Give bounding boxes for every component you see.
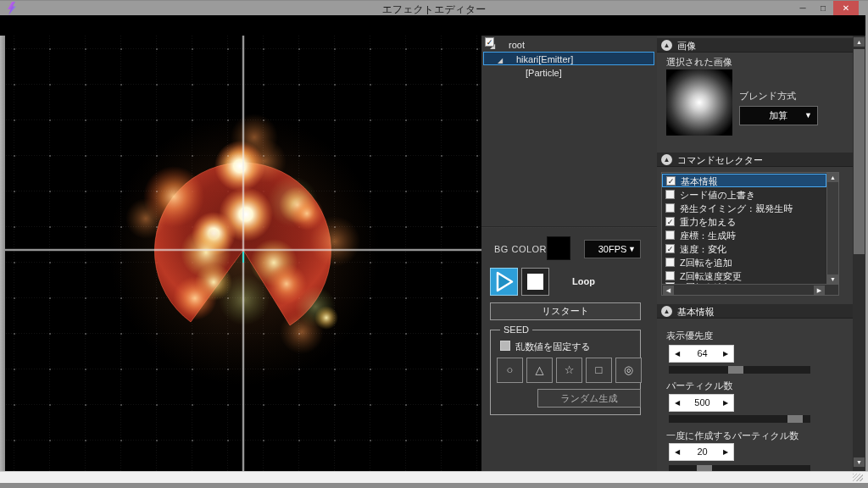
particle-count-spinner[interactable]: ◀ 500 ▶ xyxy=(669,394,734,412)
checkbox-unchecked-icon[interactable] xyxy=(665,271,675,280)
seed-shape-star-button[interactable]: ☆ xyxy=(556,358,582,383)
selected-image-label: 選択された画像 xyxy=(666,56,732,69)
spin-left-icon[interactable]: ◀ xyxy=(670,444,685,460)
resize-grip[interactable] xyxy=(853,474,863,481)
random-generate-button[interactable]: ランダム生成 xyxy=(537,389,641,408)
tree-item-label: [Particle] xyxy=(526,66,562,80)
close-button[interactable]: ✕ xyxy=(833,1,859,16)
particles-per-emit-label: 一度に作成するパーティクル数 xyxy=(666,430,798,442)
chevron-down-icon: ▼ xyxy=(628,241,636,258)
fix-random-checkbox[interactable] xyxy=(500,341,510,351)
section-title: 基本情報 xyxy=(677,306,715,319)
panel-header-band: プレビュー エフェクトツリー パラメータ xyxy=(0,15,868,36)
chevron-down-icon: ▼ xyxy=(804,107,812,125)
particles-per-emit-value[interactable]: 20 xyxy=(685,444,720,460)
spin-right-icon[interactable]: ▶ xyxy=(718,346,733,362)
loop-checkbox[interactable] xyxy=(485,37,494,47)
command-item[interactable]: シード値の上書き xyxy=(662,188,826,202)
checkbox-checked-icon[interactable] xyxy=(665,244,675,253)
command-selector-list: 基本情報 シード値の上書き 発生タイミング：親発生時 重力を加える 座標：生成時… xyxy=(661,172,839,296)
collapse-chevron-icon[interactable]: ▲ xyxy=(661,306,672,317)
checkbox-unchecked-icon[interactable] xyxy=(665,190,675,199)
command-item[interactable]: 発生タイミング：親発生時 xyxy=(662,202,826,215)
fps-value: 30FPS xyxy=(594,241,632,258)
command-item[interactable]: 速度：変化 xyxy=(662,242,826,256)
fix-random-label: 乱数値を固定する xyxy=(515,341,591,353)
bg-color-label: BG COLOR xyxy=(494,244,547,254)
command-selector-header[interactable]: ▲ コマンドセレクター xyxy=(657,152,853,167)
title-bar: エフェクトエディター ─ □ ✕ xyxy=(0,0,868,15)
spin-left-icon[interactable]: ◀ xyxy=(670,346,685,362)
section-title: 画像 xyxy=(677,40,696,53)
window-bottom-border xyxy=(0,483,868,488)
stop-icon xyxy=(527,274,543,290)
image-section-header[interactable]: ▲ 画像 xyxy=(657,38,853,53)
checkbox-unchecked-icon[interactable] xyxy=(665,230,675,240)
play-button[interactable] xyxy=(490,268,518,296)
selected-image-thumbnail[interactable] xyxy=(666,69,732,136)
status-bar xyxy=(0,471,868,483)
slider-handle[interactable] xyxy=(728,366,743,374)
display-priority-value[interactable]: 64 xyxy=(685,346,720,362)
params-panel-scrollbar[interactable]: ▲ ▼ xyxy=(853,36,865,471)
particle-count-label: パーティクル数 xyxy=(666,380,732,392)
command-item[interactable]: 座標：生成時 xyxy=(662,229,826,242)
collapse-chevron-icon[interactable]: ▲ xyxy=(661,40,672,51)
tree-item-particle[interactable]: [Particle] xyxy=(483,66,654,80)
basic-info-header[interactable]: ▲ 基本情報 xyxy=(657,304,853,319)
display-priority-slider[interactable] xyxy=(669,366,810,374)
scroll-up-icon[interactable]: ▲ xyxy=(854,37,865,47)
spin-right-icon[interactable]: ▶ xyxy=(718,395,733,411)
stop-button[interactable] xyxy=(521,268,549,296)
section-title: コマンドセレクター xyxy=(677,154,763,167)
blend-mode-dropdown[interactable]: 加算 ▼ xyxy=(739,106,818,125)
scrollbar-thumb[interactable] xyxy=(854,49,865,254)
seed-shape-square-button[interactable]: □ xyxy=(586,358,612,383)
scroll-up-icon[interactable]: ▲ xyxy=(827,173,838,182)
particle-count-value[interactable]: 500 xyxy=(685,395,720,411)
tree-item-root[interactable]: ◢ root xyxy=(483,38,654,52)
checkbox-unchecked-icon[interactable] xyxy=(665,258,675,267)
spin-right-icon[interactable]: ▶ xyxy=(718,444,733,460)
scroll-left-icon[interactable]: ◀ xyxy=(663,286,674,295)
command-item[interactable]: 基本情報 xyxy=(662,174,826,187)
parameters-panel: ▲ 画像 選択された画像 ブレンド方式 加算 ▼ ▲ コマンドセレクター 基本情… xyxy=(657,36,853,471)
particle-effect-render xyxy=(5,36,481,471)
effect-preview-canvas[interactable] xyxy=(5,36,481,471)
scroll-right-icon[interactable]: ▶ xyxy=(814,286,825,295)
command-item[interactable]: 重力を加える xyxy=(662,215,826,229)
checkbox-unchecked-icon[interactable] xyxy=(665,203,675,213)
scroll-down-icon[interactable]: ▼ xyxy=(854,458,865,467)
particle-count-slider[interactable] xyxy=(669,415,810,423)
loop-label: Loop xyxy=(572,276,595,286)
tree-item-label: hikari[Emitter] xyxy=(516,53,573,66)
restart-button[interactable]: リスタート xyxy=(490,302,641,320)
command-list-vertical-scrollbar[interactable]: ▲ ▼ xyxy=(826,173,838,284)
checkbox-checked-icon[interactable] xyxy=(666,176,676,186)
blend-mode-label: ブレンド方式 xyxy=(739,90,796,103)
command-list-horizontal-scrollbar[interactable]: ◀ ▶ xyxy=(662,284,838,295)
command-item[interactable]: Z回転を追加 xyxy=(662,256,826,269)
checkbox-checked-icon[interactable] xyxy=(665,217,675,226)
seed-shape-bullseye-button[interactable]: ◎ xyxy=(615,358,642,383)
display-priority-spinner[interactable]: ◀ 64 ▶ xyxy=(669,345,734,363)
blend-mode-value: 加算 xyxy=(770,110,788,120)
spin-left-icon[interactable]: ◀ xyxy=(670,395,685,411)
play-icon xyxy=(491,269,517,295)
seed-group-label: SEED xyxy=(500,324,532,335)
seed-shape-circle-button[interactable]: ○ xyxy=(497,358,523,383)
seed-shape-triangle-button[interactable]: △ xyxy=(526,358,553,383)
minimize-button[interactable]: ─ xyxy=(793,1,813,16)
collapse-chevron-icon[interactable]: ▲ xyxy=(661,154,672,165)
tree-controls-divider xyxy=(481,226,657,228)
slider-handle[interactable] xyxy=(787,415,803,423)
tree-item-emitter[interactable]: ◢ hikari[Emitter] xyxy=(483,52,654,65)
tree-item-label: root xyxy=(509,38,525,52)
scroll-down-icon[interactable]: ▼ xyxy=(827,274,838,284)
display-priority-label: 表示優先度 xyxy=(666,330,713,342)
particles-per-emit-spinner[interactable]: ◀ 20 ▶ xyxy=(669,443,734,461)
maximize-button[interactable]: □ xyxy=(813,1,833,16)
bg-color-swatch[interactable] xyxy=(547,236,570,260)
effect-tree-panel: ◢ root ◢ hikari[Emitter] [Particle] BG C… xyxy=(481,36,657,471)
fps-dropdown[interactable]: 30FPS ▼ xyxy=(584,240,641,258)
